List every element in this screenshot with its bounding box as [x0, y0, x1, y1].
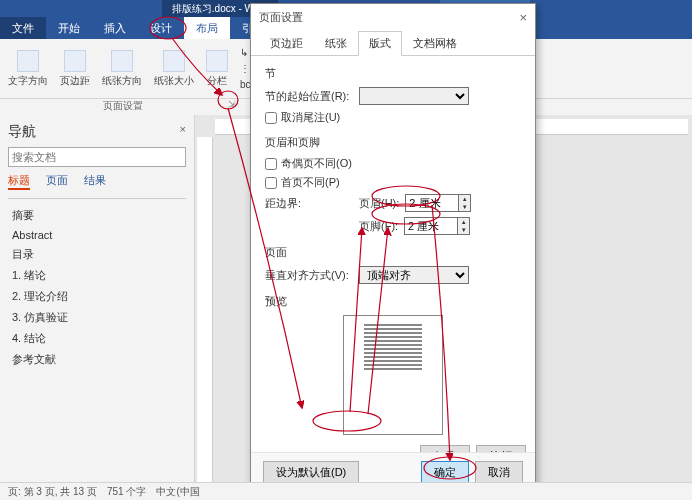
section-start-label: 节的起始位置(R): [265, 89, 353, 104]
status-words[interactable]: 751 个字 [107, 485, 146, 498]
vertical-align-select[interactable]: 顶端对齐 [359, 266, 469, 284]
nav-close-button[interactable]: × [180, 123, 186, 141]
header-distance-input[interactable] [405, 194, 459, 212]
nav-tab-pages[interactable]: 页面 [46, 173, 68, 190]
outline-item[interactable]: 4. 结论 [8, 328, 186, 349]
status-bar: 页: 第 3 页, 共 13 页 751 个字 中文(中国 [0, 482, 692, 500]
tab-file[interactable]: 文件 [0, 17, 46, 39]
margins-button[interactable]: 页边距 [60, 50, 90, 88]
outline-item[interactable]: 2. 理论介绍 [8, 286, 186, 307]
outline-item[interactable]: Abstract [8, 226, 186, 244]
suppress-endnotes-checkbox[interactable] [265, 112, 277, 124]
nav-tab-results[interactable]: 结果 [84, 173, 106, 190]
vertical-ruler[interactable] [197, 137, 213, 495]
spin-down-icon[interactable]: ▼ [458, 226, 469, 234]
outline-item[interactable]: 摘要 [8, 205, 186, 226]
dialog-tab-margins[interactable]: 页边距 [259, 31, 314, 56]
header-label: 页眉(H): [359, 196, 399, 211]
cancel-button[interactable]: 取消 [475, 461, 523, 484]
text-direction-button[interactable]: 文字方向 [8, 50, 48, 88]
outline-item[interactable]: 3. 仿真验证 [8, 307, 186, 328]
first-page-label: 首页不同(P) [281, 175, 340, 190]
status-page[interactable]: 页: 第 3 页, 共 13 页 [8, 485, 97, 498]
orientation-button[interactable]: 纸张方向 [102, 50, 142, 88]
dialog-tab-grid[interactable]: 文档网格 [402, 31, 468, 56]
spin-up-icon[interactable]: ▲ [459, 195, 470, 203]
suppress-endnotes-label: 取消尾注(U) [281, 110, 340, 125]
from-edge-label: 距边界: [265, 196, 353, 211]
nav-search-input[interactable] [8, 147, 186, 167]
dialog-close-button[interactable]: × [519, 10, 527, 25]
spin-up-icon[interactable]: ▲ [458, 218, 469, 226]
outline-item[interactable]: 目录 [8, 244, 186, 265]
dialog-tab-paper[interactable]: 纸张 [314, 31, 358, 56]
nav-title: 导航 [8, 123, 36, 141]
footer-distance-input[interactable] [404, 217, 458, 235]
odd-even-checkbox[interactable] [265, 158, 277, 170]
page-setup-dialog: 页面设置 × 页边距 纸张 版式 文档网格 节 节的起始位置(R): 取消尾注(… [250, 3, 536, 493]
footer-label: 页脚(F): [359, 219, 398, 234]
dialog-title: 页面设置 [259, 10, 303, 25]
page-setup-launcher[interactable]: ⇲ [228, 99, 236, 109]
size-button[interactable]: 纸张大小 [154, 50, 194, 88]
tab-start[interactable]: 开始 [46, 17, 92, 39]
section-start-select[interactable] [359, 87, 469, 105]
preview-box [343, 315, 443, 435]
first-page-checkbox[interactable] [265, 177, 277, 189]
columns-button[interactable]: 分栏 [206, 50, 228, 88]
outline-item[interactable]: 参考文献 [8, 349, 186, 370]
dialog-tab-layout[interactable]: 版式 [358, 31, 402, 56]
page-setup-group-label: 页面设置 [103, 100, 143, 111]
spin-down-icon[interactable]: ▼ [459, 203, 470, 211]
ok-button[interactable]: 确定 [421, 461, 469, 484]
section-label: 节 [265, 66, 521, 81]
nav-tab-headings[interactable]: 标题 [8, 173, 30, 190]
set-default-button[interactable]: 设为默认值(D) [263, 461, 359, 484]
outline-item[interactable]: 1. 绪论 [8, 265, 186, 286]
navigation-pane: 导航 × 标题 页面 结果 摘要 Abstract 目录 1. 绪论 2. 理论… [0, 115, 195, 495]
status-language[interactable]: 中文(中国 [156, 485, 199, 498]
tab-layout[interactable]: 布局 [184, 17, 230, 39]
odd-even-label: 奇偶页不同(O) [281, 156, 352, 171]
tab-insert[interactable]: 插入 [92, 17, 138, 39]
header-footer-section-label: 页眉和页脚 [265, 135, 521, 150]
page-section-label: 页面 [265, 245, 521, 260]
tab-design[interactable]: 设计 [138, 17, 184, 39]
preview-section-label: 预览 [265, 294, 521, 309]
vertical-align-label: 垂直对齐方式(V): [265, 268, 353, 283]
outline-list: 摘要 Abstract 目录 1. 绪论 2. 理论介绍 3. 仿真验证 4. … [8, 205, 186, 370]
